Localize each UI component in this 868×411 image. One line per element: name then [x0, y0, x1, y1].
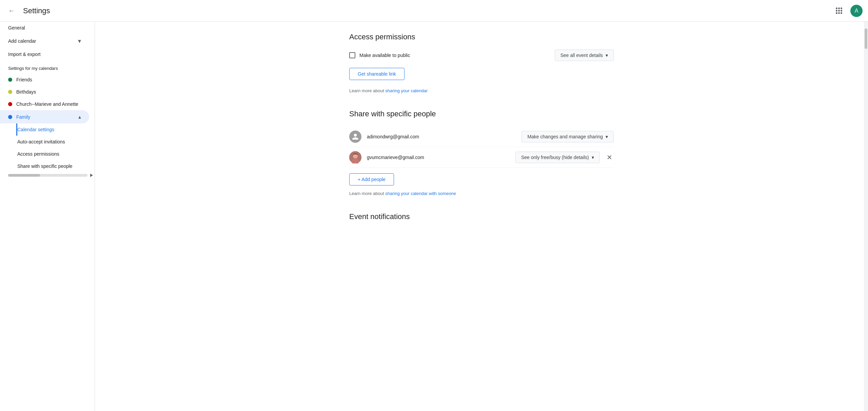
permission-dropdown-2[interactable]: See only free/busy (hide details) ▾	[515, 152, 600, 163]
apps-button[interactable]	[833, 5, 845, 17]
default-person-icon	[352, 133, 359, 140]
person-row-1: adimondwrg@gmail.com Make changes and ma…	[349, 126, 614, 147]
friends-color-dot	[8, 78, 12, 82]
sidebar-item-family[interactable]: Family ▴	[0, 110, 89, 123]
person-email-2: gvumcmarieve@gmail.com	[367, 155, 510, 160]
header-right: A	[833, 5, 863, 17]
page-title: Settings	[23, 6, 50, 15]
event-notifications-section: Event notifications	[349, 212, 614, 221]
learn-more-sharing: Learn more about sharing your calendar	[349, 88, 614, 93]
sidebar-item-add-calendar[interactable]: Add calendar ▾	[0, 34, 89, 48]
dropdown-arrow-icon-1: ▾	[606, 134, 608, 139]
add-people-button[interactable]: + Add people	[349, 173, 394, 185]
church-color-dot	[8, 102, 12, 106]
chevron-up-icon: ▴	[78, 114, 81, 120]
chevron-down-icon: ▾	[78, 37, 81, 45]
scrollbar-thumb	[865, 28, 867, 49]
sidebar-item-friends[interactable]: Friends	[0, 74, 89, 86]
main-content: Access permissions Make available to pub…	[95, 22, 868, 411]
back-button[interactable]: ←	[5, 4, 18, 17]
sub-nav-access-permissions[interactable]: Access permissions	[16, 148, 95, 160]
person-photo-icon	[349, 151, 361, 163]
access-permissions-section: Access permissions Make available to pub…	[349, 33, 614, 93]
make-public-row: Make available to public See all event d…	[349, 50, 614, 61]
header-left: ← Settings	[5, 4, 50, 17]
make-public-label: Make available to public	[359, 53, 410, 58]
user-avatar[interactable]: A	[850, 5, 863, 17]
share-specific-people-section: Share with specific people adimondwrg@gm…	[349, 110, 614, 196]
sub-nav-auto-accept[interactable]: Auto-accept invitations	[16, 136, 95, 148]
birthdays-color-dot	[8, 90, 12, 94]
header: ← Settings A	[0, 0, 868, 22]
sidebar-item-church[interactable]: Church--Marieve and Annette	[0, 98, 89, 110]
sub-nav-share-specific-people[interactable]: Share with specific people	[16, 160, 95, 172]
event-notifications-title: Event notifications	[349, 212, 614, 221]
get-shareable-link-button[interactable]: Get shareable link	[349, 68, 405, 80]
learn-more-sharing-someone: Learn more about sharing your calendar w…	[349, 191, 614, 196]
main-layout: General Add calendar ▾ Import & export S…	[0, 22, 868, 411]
back-arrow-icon: ←	[8, 7, 15, 15]
right-scrollbar[interactable]	[864, 22, 868, 411]
family-sub-nav: Calendar settings Auto-accept invitation…	[0, 123, 95, 172]
sidebar: General Add calendar ▾ Import & export S…	[0, 22, 95, 411]
see-all-event-details-dropdown[interactable]: See all event details ▾	[555, 50, 614, 61]
dropdown-arrow-icon-2: ▾	[592, 155, 594, 160]
person-avatar-1	[349, 131, 361, 143]
sidebar-item-import-export[interactable]: Import & export	[0, 48, 89, 60]
sub-nav-calendar-settings[interactable]: Calendar settings	[16, 123, 95, 136]
settings-for-my-calendars-label: Settings for my calendars	[0, 60, 95, 74]
family-color-dot	[8, 115, 12, 119]
make-public-checkbox-container: Make available to public	[349, 52, 410, 58]
person-email-1: adimondwrg@gmail.com	[367, 134, 516, 139]
dropdown-arrow-icon: ▾	[606, 53, 608, 58]
sidebar-item-birthdays[interactable]: Birthdays	[0, 86, 89, 98]
content-section: Access permissions Make available to pub…	[349, 22, 614, 221]
person-row-2: gvumcmarieve@gmail.com See only free/bus…	[349, 147, 614, 168]
permission-dropdown-1[interactable]: Make changes and manage sharing ▾	[521, 131, 614, 142]
sharing-calendar-with-someone-link[interactable]: sharing your calendar with someone	[385, 191, 456, 196]
apps-grid-icon	[836, 7, 842, 14]
close-icon: ✕	[607, 153, 612, 161]
sidebar-item-general[interactable]: General	[0, 22, 89, 34]
sharing-calendar-link[interactable]: sharing your calendar	[385, 88, 428, 93]
remove-person-button-2[interactable]: ✕	[605, 152, 614, 163]
share-specific-people-title: Share with specific people	[349, 110, 614, 118]
person-avatar-2	[349, 151, 361, 163]
make-public-checkbox[interactable]	[349, 52, 355, 58]
access-permissions-title: Access permissions	[349, 33, 614, 41]
